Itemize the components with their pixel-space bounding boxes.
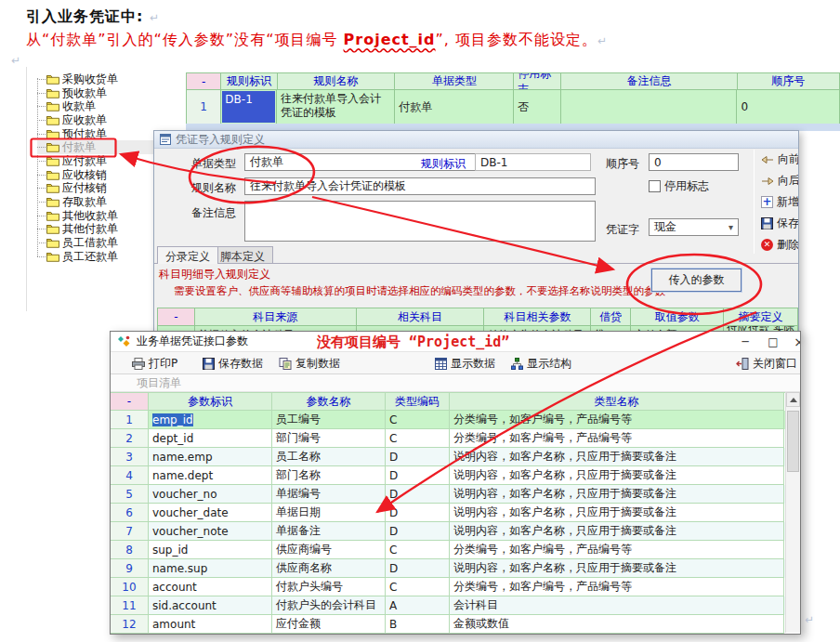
show-data-button[interactable]: 显示数据 <box>432 354 498 373</box>
cell-param-name: 单据备注 <box>272 522 386 541</box>
cell-type-code: B <box>386 615 450 634</box>
tree-item[interactable]: 预收款单 <box>37 86 158 100</box>
cell-param-name: 付款户头编号 <box>272 578 386 596</box>
cell-type-name: 分类编号，如客户编号，产品编号等 <box>450 429 784 448</box>
table-row[interactable]: 1 emp_id 员工编号 C 分类编号，如客户编号，产品编号等 <box>111 411 785 429</box>
table-row[interactable]: 7 voucher_note 单据备注 D 说明内容，如客户名称，只应用于摘要或… <box>111 522 785 541</box>
move-back-button[interactable]: 向后 <box>761 173 799 189</box>
scrollbar-thumb[interactable] <box>787 411 799 472</box>
tree-item[interactable]: 预付款单 <box>37 127 158 141</box>
tree-item[interactable]: 存取款单 <box>37 195 158 209</box>
button-label: 打印P <box>149 356 177 372</box>
params-rows: 1 emp_id 员工编号 C 分类编号，如客户编号，产品编号等 2 dept_… <box>111 411 785 634</box>
close-window-button[interactable]: 关闭窗口 <box>733 354 800 373</box>
table-row[interactable]: 9 name.sup 供应商名称 D 说明内容，如客户名称，只应用于摘要或备注 <box>111 559 785 578</box>
table-row[interactable]: 6 voucher_date 单据日期 D 说明内容，如客户名称，只应用于摘要或… <box>111 504 785 522</box>
hand-right-icon <box>761 177 774 186</box>
table-row[interactable]: 4 name.dept 部门名称 D 说明内容，如客户名称，只应用于摘要或备注 <box>111 466 785 485</box>
table-row[interactable]: 2 dept_id 部门编号 C 分类编号，如客户编号，产品编号等 <box>111 429 785 448</box>
order-input[interactable]: 0 <box>649 153 739 171</box>
tab-entry-definition[interactable]: 分录定义 <box>157 246 218 264</box>
button-label: 向前 <box>778 151 799 167</box>
checkbox-icon <box>649 180 661 192</box>
cell-type-name: 说明内容，如客户名称，只应用于摘要或备注 <box>450 485 784 504</box>
order-label: 顺序号 <box>606 156 639 172</box>
delete-button[interactable]: 删除 <box>761 237 799 253</box>
close-button[interactable]: × <box>787 332 801 351</box>
table-row[interactable]: 5 voucher_no 单据编号 D 说明内容，如客户名称，只应用于摘要或备注 <box>111 485 785 504</box>
paragraph-mark: ↵ <box>11 54 20 67</box>
cell-param-name: 应付金额 <box>272 615 386 634</box>
column-header: - <box>187 73 221 90</box>
table-row[interactable]: 10 account 付款户头编号 C 分类编号，如客户编号，产品编号等 <box>111 578 785 596</box>
button-label: 保存数据 <box>218 356 263 372</box>
cell-type-name: 会计科目 <box>450 596 784 615</box>
cell-param-name: 部门名称 <box>272 466 386 485</box>
paragraph-mark: ↵ <box>150 11 160 24</box>
tree-item[interactable]: 应收核销 <box>37 168 158 182</box>
params-table-header: - 参数标识 参数名称 类型编码 类型名称 <box>111 393 785 411</box>
table-row[interactable]: 11 sid.account 付款户头的会计科目 A 会计科目 <box>111 596 785 615</box>
scroll-up-button[interactable] <box>786 392 800 407</box>
import-params-button[interactable]: 传入的参数 <box>651 269 742 292</box>
button-label: 新增 <box>777 194 799 210</box>
cell-param-name: 供应商编号 <box>272 541 386 559</box>
table-row[interactable]: 12 amount 应付金额 B 金额或数值 <box>111 615 785 634</box>
tree-item[interactable]: 应收款单 <box>37 113 158 127</box>
minimize-button[interactable]: ─ <box>733 332 757 351</box>
button-label: 复制数据 <box>295 356 340 372</box>
folder-icon <box>46 183 59 193</box>
print-button[interactable]: 打印P <box>129 354 180 373</box>
tab-script-definition[interactable]: 脚本定义 <box>212 246 273 263</box>
maximize-icon: □ <box>768 335 778 348</box>
tree-connector <box>37 79 46 80</box>
column-header: 借贷 <box>591 308 631 326</box>
voucher-word-dropdown[interactable]: 现金 ▾ <box>649 218 739 236</box>
rule-dialog: 凭证导入规则定义 单据类型 付款单 ▾ 规则标识 DB-1 顺序号 0 规则名称… <box>153 130 799 336</box>
table-row[interactable]: 3 name.emp 员工名称 D 说明内容，如客户名称，只应用于摘要或备注 <box>111 448 785 466</box>
rule-name-input[interactable]: 往来付款单导入会计凭证的模板 <box>244 177 596 195</box>
copy-data-button[interactable]: 复制数据 <box>276 354 343 373</box>
table-row[interactable]: 1 DB-1 往来付款单导入会计凭证的模板 付款单 否 0 <box>187 90 840 124</box>
tree-item[interactable]: 收款单 <box>37 99 158 113</box>
cell-param-id: sup_id <box>149 541 272 559</box>
cell-type-code: D <box>386 522 450 541</box>
section-hint: 需要设置客户、供应商等辅助核算的项目时请选择相应的编码类型的参数，不要选择名称说… <box>174 284 665 298</box>
cell-type-code: C <box>386 411 450 429</box>
tree-item[interactable]: 其他付款单 <box>37 223 158 237</box>
paragraph-mark: ↵ <box>805 613 814 626</box>
column-header: 顺序号 <box>738 73 840 90</box>
add-button[interactable]: 新增 <box>761 194 799 210</box>
rule-id-input[interactable]: DB-1 <box>475 153 591 171</box>
printer-icon <box>132 358 145 370</box>
tree-item[interactable]: 应付核销 <box>37 182 158 196</box>
cell-param-id: name.emp <box>149 448 272 466</box>
tree-item-label: 员工还款单 <box>62 249 118 265</box>
save-button[interactable]: 保存 <box>761 216 799 231</box>
column-header: 取值参数 <box>631 308 724 326</box>
save-data-button[interactable]: 保存数据 <box>200 354 266 373</box>
note-textarea[interactable] <box>244 201 596 242</box>
tree-item[interactable]: 其他收款单 <box>37 209 158 223</box>
tree-connector <box>37 120 46 121</box>
table-row[interactable]: 8 sup_id 供应商编号 C 分类编号，如客户编号，产品编号等 <box>111 541 785 559</box>
move-forward-button[interactable]: 向前 <box>761 151 799 167</box>
column-header: 单据类型 <box>395 73 514 90</box>
close-window-icon <box>736 358 749 370</box>
show-structure-button[interactable]: 显示结构 <box>508 354 574 373</box>
tree-item[interactable]: 付款单 <box>37 140 158 154</box>
disabled-flag-checkbox[interactable]: 停用标志 <box>649 178 709 194</box>
cell-order: 0 <box>737 90 840 124</box>
tree-item[interactable]: 采购收货单 <box>37 72 158 86</box>
dialog-titlebar[interactable]: 凭证导入规则定义 <box>154 131 798 149</box>
folder-icon <box>46 101 59 111</box>
cell-type-name: 说明内容，如客户名称，只应用于摘要或备注 <box>450 504 784 522</box>
tree-item[interactable]: 员工还款单 <box>37 250 158 264</box>
maximize-button[interactable]: □ <box>761 332 785 351</box>
cell-type-name: 说明内容，如客户名称，只应用于摘要或备注 <box>450 559 784 578</box>
tree-item[interactable]: 应付款单 <box>37 154 158 168</box>
column-header: 科目相关参数 <box>484 308 591 326</box>
annotation-sentence: 从“付款单”引入的“传入参数”没有“项目编号 Project_id”, 项目参数… <box>26 31 608 50</box>
vertical-scrollbar[interactable] <box>785 392 800 633</box>
tree-item[interactable]: 员工借款单 <box>37 236 158 250</box>
